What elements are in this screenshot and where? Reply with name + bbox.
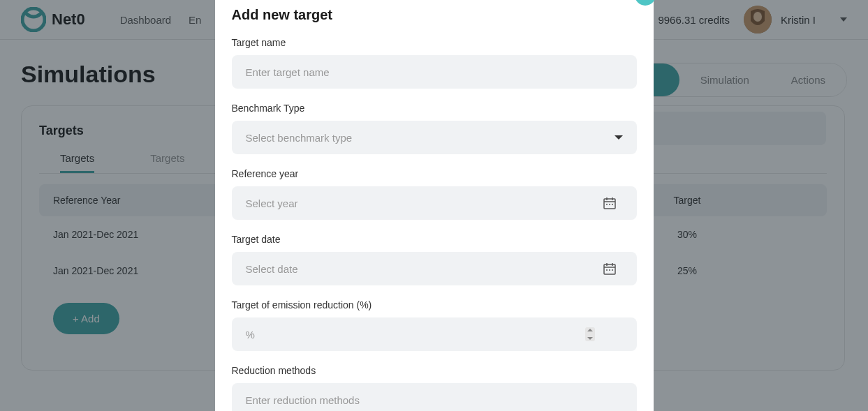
input-reduction-methods[interactable] (232, 383, 637, 411)
modal-overlay[interactable]: Add new target Target name Benchmark Typ… (0, 0, 868, 411)
label-target-date: Target date (232, 234, 637, 245)
form-group-target-date: Target date (232, 234, 637, 285)
form-group-benchmark: Benchmark Type Select benchmark type (232, 103, 637, 154)
number-stepper[interactable] (585, 327, 595, 341)
modal-title: Add new target (232, 0, 637, 37)
input-target-name[interactable] (232, 55, 637, 89)
label-benchmark: Benchmark Type (232, 103, 637, 114)
label-reduction-methods: Reduction methods (232, 365, 637, 376)
select-benchmark[interactable]: Select benchmark type (232, 121, 637, 154)
dropdown-arrow-icon (615, 135, 623, 140)
input-reference-year[interactable] (232, 186, 637, 220)
form-group-reduction-methods: Reduction methods (232, 365, 637, 411)
add-target-modal: Add new target Target name Benchmark Typ… (215, 0, 654, 411)
label-reduction-percent: Target of emission reduction (%) (232, 299, 637, 311)
form-group-target-name: Target name (232, 37, 637, 89)
form-group-reduction-percent: Target of emission reduction (%) (232, 299, 637, 351)
select-benchmark-placeholder: Select benchmark type (246, 132, 353, 144)
label-reference-year: Reference year (232, 168, 637, 179)
input-target-date[interactable] (232, 252, 637, 285)
input-reduction-percent[interactable] (232, 317, 637, 351)
label-target-name: Target name (232, 37, 637, 48)
stepper-up-icon (587, 329, 593, 331)
stepper-down-icon (587, 337, 593, 340)
form-group-reference-year: Reference year (232, 168, 637, 220)
